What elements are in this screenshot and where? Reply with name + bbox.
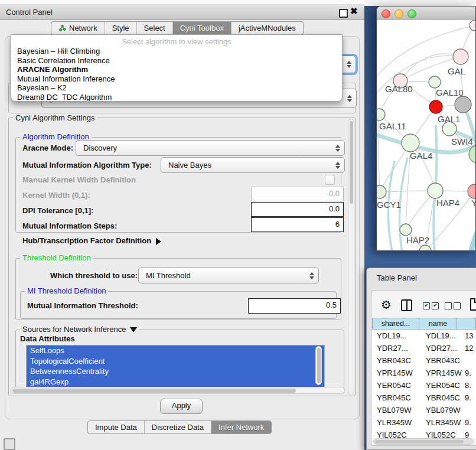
document-icon[interactable]: [470, 298, 476, 311]
table-row[interactable]: YIL052CYIL052C9: [372, 429, 476, 438]
scrollbar-thumb[interactable]: [350, 121, 353, 204]
table-row[interactable]: YDL19...YDL19...13: [372, 330, 476, 342]
settings-horizontal-scrollbar[interactable]: [11, 387, 345, 394]
mi-algorithm-type-combo[interactable]: Naive Bayes: [161, 157, 345, 173]
table-header-cell[interactable]: [457, 318, 476, 330]
control-panel-titlebar: Control Panel ✖: [0, 5, 364, 20]
network-edge[interactable]: [380, 191, 429, 192]
algorithm-option[interactable]: Basic Correlation Inference: [11, 56, 342, 66]
manual-kernel-checkbox[interactable]: [325, 175, 335, 185]
threshold-definition-title: Threshold Definition: [20, 253, 93, 262]
tab-cyni-toolbox[interactable]: Cyni Toolbox: [172, 22, 231, 34]
which-threshold-label: Which threshold to use:: [50, 271, 138, 280]
control-panel-title: Control Panel: [6, 5, 53, 19]
aracne-mode-combo[interactable]: Discovery: [76, 140, 345, 156]
network-node[interactable]: [429, 100, 442, 113]
tab-impute-data[interactable]: Impute Data: [88, 421, 144, 433]
network-node[interactable]: [402, 134, 419, 152]
bottom-tabbar: Impute Data Discretize Data Infer Networ…: [87, 420, 272, 434]
mi-steps-input[interactable]: 6: [251, 217, 344, 232]
mi-threshold-group-title: MI Threshold Definition: [25, 286, 108, 295]
network-node[interactable]: [453, 49, 468, 64]
table-cell: YBR045C: [372, 392, 423, 404]
algorithm-option[interactable]: Mutual Information Inference: [11, 74, 342, 84]
network-node[interactable]: [455, 96, 471, 113]
kernel-width-input[interactable]: 0.0: [251, 187, 344, 201]
float-window-button[interactable]: [339, 9, 348, 18]
tab-label: Select: [144, 24, 165, 32]
mi-threshold-input[interactable]: 0.5: [248, 298, 341, 314]
table-cell: [463, 354, 476, 367]
tab-infer-network[interactable]: Infer Network: [211, 421, 271, 433]
tab-network[interactable]: Network: [51, 22, 105, 34]
dpi-tolerance-input[interactable]: 0.0: [251, 202, 344, 217]
tab-style[interactable]: Style: [105, 22, 136, 34]
tab-jactivemnodules[interactable]: jActiveMNodules: [231, 22, 303, 34]
tab-discretize-data[interactable]: Discretize Data: [144, 421, 211, 433]
close-traffic-light[interactable]: [382, 9, 390, 18]
attributes-scrollbar[interactable]: [315, 346, 322, 385]
table-row[interactable]: YLR345WYLR345W9.: [372, 416, 476, 429]
scrollbar-thumb[interactable]: [317, 348, 321, 383]
algorithm-option[interactable]: ARACNE Algorithm: [11, 65, 342, 74]
table-horizontal-scrollbar[interactable]: [373, 438, 474, 445]
table-header-cell[interactable]: shared...: [372, 318, 419, 330]
table-row[interactable]: YDR27...YDR27...12: [372, 342, 476, 354]
data-attributes-list[interactable]: SelfLoopsTopologicalCoefficientBetweenne…: [26, 345, 325, 388]
network-node[interactable]: [377, 185, 386, 198]
hub-definition-expander[interactable]: Hub/Transcription Factor Definition: [22, 236, 161, 245]
network-edge[interactable]: [468, 210, 476, 251]
deselect-all-checks-icon[interactable]: [445, 302, 461, 309]
settings-vertical-scrollbar[interactable]: [348, 119, 354, 395]
network-node[interactable]: [428, 183, 443, 198]
network-window-titlebar[interactable]: [377, 6, 475, 21]
network-node[interactable]: [429, 76, 441, 88]
algorithm-option[interactable]: Bayesian – K2: [11, 83, 342, 93]
algorithm-option[interactable]: Bayesian – Hill Climbing: [11, 47, 342, 56]
combo-stepper-icon: [335, 162, 340, 169]
table-cell: [463, 404, 476, 416]
algorithm-option[interactable]: Dream8 DC_TDC Algorithm: [11, 93, 342, 102]
network-node[interactable]: [377, 109, 385, 120]
table-header-cell[interactable]: name: [419, 318, 457, 330]
gear-icon[interactable]: ⚙: [381, 299, 392, 311]
attribute-item[interactable]: TopologicalCoefficient: [27, 356, 324, 367]
table-row[interactable]: YBR043CYBR043C: [372, 354, 476, 367]
minimized-panel-icon[interactable]: [4, 438, 15, 450]
table-cell: 12: [463, 342, 476, 354]
network-node[interactable]: [470, 20, 476, 31]
zoom-traffic-light[interactable]: [407, 9, 416, 18]
table-row[interactable]: YBR045CYBR045C9.: [372, 392, 476, 404]
scrollbar-thumb[interactable]: [375, 440, 464, 444]
apply-button[interactable]: Apply: [160, 399, 203, 414]
network-node-label: GAL10: [436, 87, 464, 97]
table-row[interactable]: YER054CYER054C8.: [372, 379, 476, 392]
sources-title-row[interactable]: Sources for Network Inference: [20, 325, 139, 334]
close-icon[interactable]: ✖: [350, 6, 358, 17]
table-cell: YDL19...: [372, 330, 423, 342]
columns-icon[interactable]: [401, 299, 412, 311]
minimize-traffic-light[interactable]: [395, 9, 403, 18]
tab-select[interactable]: Select: [136, 22, 172, 34]
network-node[interactable]: [419, 245, 431, 251]
tab-label: Cyni Toolbox: [180, 24, 224, 32]
attribute-item[interactable]: SelfLoops: [27, 345, 324, 356]
which-threshold-combo[interactable]: MI Threshold: [138, 268, 319, 283]
table-cell: YIL052C: [372, 429, 423, 438]
attribute-item[interactable]: BetweennessCentrality: [27, 366, 324, 377]
scrollbar-thumb[interactable]: [12, 389, 296, 393]
table-row[interactable]: YPR145WYPR145W9.: [372, 367, 476, 379]
table-row[interactable]: YBL079WYBL079W: [372, 404, 476, 416]
table-cell: YIL052C: [423, 429, 463, 438]
network-node[interactable]: [400, 224, 412, 236]
network-node[interactable]: [468, 184, 476, 198]
network-node-label: GAL80: [385, 84, 413, 94]
attribute-item[interactable]: gal4RGexp: [27, 377, 324, 387]
cyni-settings-title: Cyni Algorithm Settings: [13, 113, 97, 122]
table-cell: YER054C: [423, 379, 463, 392]
table-cell: YER054C: [372, 379, 423, 392]
network-window: GALGAL80GAL10GAL1SWI4GAL11GAL4GCY1HAP4YH…: [376, 6, 476, 251]
select-all-checks-icon[interactable]: ✔ ✔: [423, 302, 439, 309]
network-canvas[interactable]: GALGAL80GAL10GAL1SWI4GAL11GAL4GCY1HAP4YH…: [377, 20, 475, 250]
table-cell: YDR27...: [423, 342, 463, 354]
